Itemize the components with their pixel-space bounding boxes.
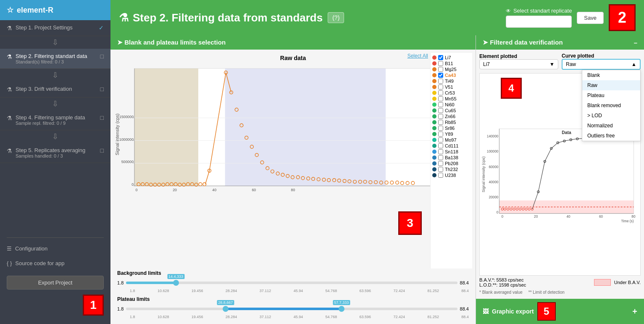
curve-option-raw[interactable]: Raw bbox=[582, 80, 640, 90]
element-checkbox-Rb85[interactable] bbox=[438, 120, 443, 125]
save-button[interactable]: Save bbox=[577, 12, 604, 24]
element-list-item-Zn66[interactable]: Zn66 bbox=[432, 113, 471, 119]
sidebar-item-config[interactable]: ☰ Configuration bbox=[0, 241, 110, 256]
element-list-item-Mo97[interactable]: Mo97 bbox=[432, 137, 471, 143]
select-replicate-section: 👁 Select standart replicate Stand1.csv ▼ bbox=[506, 8, 572, 28]
element-dot bbox=[432, 120, 436, 124]
curve-option-blank-removed[interactable]: Blank removed bbox=[582, 100, 640, 111]
element-checkbox-Sr86[interactable] bbox=[438, 126, 443, 131]
element-dot bbox=[432, 97, 436, 101]
element-dot bbox=[432, 108, 436, 113]
svg-text:0: 0 bbox=[497, 211, 499, 214]
pl-handle1-badge: 28.8,667 bbox=[217, 300, 234, 305]
bg-max-val: 88.4 bbox=[460, 280, 469, 285]
curve-dropdown[interactable]: Raw ▲ bbox=[562, 59, 641, 70]
plateau-limits-section: Plateau limits 1.8 28.8,667 bbox=[114, 295, 472, 321]
plus-button[interactable]: + bbox=[632, 307, 637, 316]
element-name: Cd111 bbox=[445, 143, 458, 148]
svg-text:100000: 100000 bbox=[487, 150, 499, 153]
left-panel-content: Raw data Select All Signal intensity (cp… bbox=[110, 50, 476, 324]
plateau-slider-track[interactable]: 28.8,667 57.7,333 bbox=[126, 304, 457, 314]
element-checkbox-Cr53[interactable] bbox=[438, 90, 443, 95]
element-checkbox-Ba138[interactable] bbox=[438, 155, 443, 160]
element-name: Cu65 bbox=[445, 108, 456, 113]
element-list-item-V51[interactable]: V51 bbox=[432, 84, 471, 90]
pl-max-val: 88.4 bbox=[460, 306, 469, 311]
replicate-dropdown[interactable]: Stand1.csv ▼ bbox=[506, 16, 572, 28]
element-list-item-Y89[interactable]: Y89 bbox=[432, 131, 471, 137]
curve-option-plateau[interactable]: Plateau bbox=[582, 90, 640, 100]
element-list-item-Cr53[interactable]: Cr53 bbox=[432, 90, 471, 96]
element-list-item-B11[interactable]: B11 bbox=[432, 61, 471, 66]
element-dot bbox=[432, 55, 436, 60]
element-list-item-U238[interactable]: U238 bbox=[432, 172, 471, 178]
element-list-item-Cd111[interactable]: Cd111 bbox=[432, 143, 471, 149]
element-list-item-Mg25[interactable]: Mg25 bbox=[432, 66, 471, 72]
element-checkbox-Cu65[interactable] bbox=[438, 108, 443, 113]
element-checkbox-Zn66[interactable] bbox=[438, 114, 443, 119]
element-checkbox-V51[interactable] bbox=[438, 84, 443, 90]
element-checkbox-Sn118[interactable] bbox=[438, 149, 443, 154]
element-dot bbox=[432, 61, 436, 66]
element-checkbox-Pb208[interactable] bbox=[438, 161, 443, 166]
element-name: Cr53 bbox=[445, 90, 455, 95]
sidebar-item-step3[interactable]: ⚗ Step 3. Drift verification □ bbox=[0, 82, 110, 97]
element-list-item-Mn55[interactable]: Mn55 bbox=[432, 96, 471, 102]
element-list-item-Rb85[interactable]: Rb85 bbox=[432, 119, 471, 125]
svg-text:Signal intensity (cps): Signal intensity (cps) bbox=[481, 156, 486, 192]
curve-option-normalized[interactable]: Normalized bbox=[582, 121, 640, 131]
flask-icon-5: ⚗ bbox=[7, 148, 12, 154]
sidebar-item-step4[interactable]: ⚗ Step 4. Filtering sample data Sample r… bbox=[0, 110, 110, 130]
svg-text:500000: 500000 bbox=[121, 160, 134, 164]
sidebar-item-step1[interactable]: ⚗ Step 1. Project Settings ✓ bbox=[0, 20, 110, 36]
sidebar-item-source[interactable]: { } Source code for app bbox=[0, 256, 110, 271]
export-project-button[interactable]: Export Project bbox=[7, 276, 104, 290]
minus-icon[interactable]: – bbox=[634, 39, 637, 46]
element-checkbox-Mn55[interactable] bbox=[438, 96, 443, 101]
element-checkbox-Mg25[interactable] bbox=[438, 67, 443, 72]
element-list-item-Ba138[interactable]: Ba138 bbox=[432, 155, 471, 161]
background-slider-row[interactable]: 1.8 14.4,333 88.4 bbox=[117, 278, 469, 288]
right-panel-content: Element plotted Li7 ▼ Curve plotted Raw … bbox=[476, 50, 644, 299]
svg-text:40: 40 bbox=[212, 188, 216, 192]
chevron-down-icon: ▼ bbox=[541, 18, 546, 25]
help-button[interactable]: (?) bbox=[328, 12, 344, 23]
curve-label: Curve plotted bbox=[562, 53, 641, 59]
element-checkbox-Li7[interactable] bbox=[438, 55, 443, 60]
element-list-item-Th232[interactable]: Th232 bbox=[432, 166, 471, 172]
element-list-item-Li7[interactable]: Li7 bbox=[432, 55, 471, 61]
element-list-item-Sr86[interactable]: Sr86 bbox=[432, 125, 471, 131]
bg-min-val: 1.8 bbox=[117, 280, 124, 285]
element-checkbox-Y89[interactable] bbox=[438, 132, 443, 137]
element-list-item-Ti49[interactable]: Ti49 bbox=[432, 78, 471, 84]
sidebar-item-step5[interactable]: ⚗ Step 5. Replicates averaging Samples h… bbox=[0, 143, 110, 163]
select-all-link[interactable]: Select All bbox=[407, 53, 428, 59]
element-dropdown[interactable]: Li7 ▼ bbox=[479, 59, 558, 69]
star-icon: ☆ bbox=[7, 5, 13, 15]
curve-option-outliers-free[interactable]: Outliers free bbox=[582, 131, 640, 141]
curve-option-blank[interactable]: Blank bbox=[582, 70, 640, 80]
element-checkbox-Ti49[interactable] bbox=[438, 79, 443, 84]
step2-label: Step 2. Filtering standart data bbox=[16, 53, 97, 59]
element-checkbox-B11[interactable] bbox=[438, 61, 443, 66]
element-checkbox-Mo97[interactable] bbox=[438, 137, 443, 142]
chart-badge-3: 3 bbox=[398, 211, 422, 235]
element-checkbox-Cd111[interactable] bbox=[438, 143, 443, 148]
element-list-item-Ca43[interactable]: Ca43 bbox=[432, 72, 471, 78]
sidebar-item-step2[interactable]: ⚗ Step 2. Filtering standart data Standa… bbox=[0, 49, 110, 69]
element-list-item-Ni60[interactable]: Ni60 bbox=[432, 102, 471, 108]
background-slider-track[interactable]: 14.4,333 bbox=[126, 278, 457, 288]
element-checkbox-U238[interactable] bbox=[438, 173, 443, 178]
element-list-item-Cu65[interactable]: Cu65 bbox=[432, 108, 471, 113]
curve-option-lod[interactable]: > LOD bbox=[582, 111, 640, 121]
element-checkbox-Ca43[interactable] bbox=[438, 73, 443, 78]
main-area: ⚗ Step 2. Filtering data from standards … bbox=[110, 0, 644, 324]
element-list-item-Sn118[interactable]: Sn118 bbox=[432, 149, 471, 155]
curve-dropdown-menu: Blank Raw Plateau Blank removed > LOD No… bbox=[582, 70, 641, 141]
element-list-item-Pb208[interactable]: Pb208 bbox=[432, 161, 471, 166]
element-checkbox-Ni60[interactable] bbox=[438, 102, 443, 107]
plateau-slider-row[interactable]: 1.8 28.8,667 57.7,333 bbox=[117, 304, 469, 314]
element-checkbox-Th232[interactable] bbox=[438, 167, 443, 172]
element-name: Mo97 bbox=[445, 137, 457, 142]
svg-text:Signal intensity (cps): Signal intensity (cps) bbox=[115, 113, 120, 155]
